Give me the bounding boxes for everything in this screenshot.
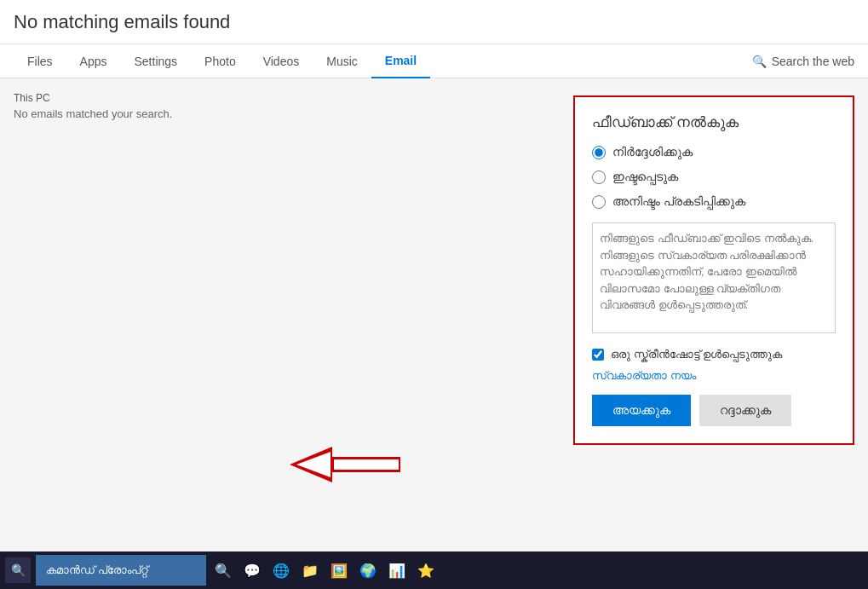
radio-suggest-label: നിർദ്ദേശിക്കുക [612,145,693,159]
taskbar-icon-browser[interactable]: 🌐 [267,557,295,584]
taskbar-cmd[interactable]: കമാൻഡ് പ്രോംപ്റ്റ് [36,555,206,586]
taskbar-icons: 🔍 💬 🌐 📁 🖼️ 🌍 📊 ⭐ [210,557,440,584]
radio-like-label: ഇഷ്ടപ്പെടുക [612,170,678,184]
nav-bar: Files Apps Settings Photo Videos Music E… [0,44,868,78]
taskbar-icon-search[interactable]: 🔍 [210,557,237,584]
send-button[interactable]: അയക്കുക [592,395,691,426]
taskbar-icon-photo[interactable]: 🖼️ [325,557,353,584]
radio-suggest-input[interactable] [592,146,606,159]
nav-settings[interactable]: Settings [120,44,191,78]
nav-music[interactable]: Music [313,44,371,78]
feedback-radio-group: നിർദ്ദേശിക്കുക ഇഷ്ടപ്പെടുക അനിഷ്ടം പ്രകട… [592,145,836,209]
taskbar-icon-chat[interactable]: 💬 [239,557,266,584]
arrow-annotation [290,442,409,492]
radio-like[interactable]: ഇഷ്ടപ്പെടുക [592,170,836,184]
screenshot-label: ഒരു സ്ക്രീൻഷോട്ട് ഉൾപ്പെടുത്തുക [611,347,782,362]
search-icon: 🔍 [752,55,767,68]
screenshot-row: ഒരു സ്ക്രീൻഷോട്ട് ഉൾപ്പെടുത്തുക [592,347,836,362]
radio-dislike[interactable]: അനിഷ്ടം പ്രകടിപ്പിക്കുക [592,194,836,209]
svg-rect-2 [334,459,399,470]
radio-dislike-label: അനിഷ്ടം പ്രകടിപ്പിക്കുക [612,194,745,209]
feedback-textarea[interactable] [592,222,836,333]
nav-photo[interactable]: Photo [191,44,250,78]
red-arrow-icon [290,442,409,488]
title-bar: No matching emails found [0,0,868,44]
radio-suggest[interactable]: നിർദ്ദേശിക്കുക [592,145,836,159]
feedback-panel: ഫീഡ്ബാക്ക് നൽകുക നിർദ്ദേശിക്കുക ഇഷ്ടപ്പെ… [573,95,854,445]
taskbar-search-button[interactable]: 🔍 [5,557,31,583]
search-label: Search the web [772,55,854,68]
nav-email[interactable]: Email [371,44,430,78]
taskbar: 🔍 കമാൻഡ് പ്രോംപ്റ്റ് 🔍 💬 🌐 📁 🖼️ 🌍 📊 ⭐ [0,551,868,589]
nav-files[interactable]: Files [14,44,66,78]
taskbar-icon-star[interactable]: ⭐ [412,557,440,584]
button-row: അയക്കുക റദ്ദാക്കുക [592,395,836,426]
nav-videos[interactable]: Videos [250,44,313,78]
taskbar-icon-chart[interactable]: 📊 [383,557,411,584]
screenshot-checkbox[interactable] [592,349,604,361]
radio-dislike-input[interactable] [592,195,606,209]
taskbar-icon-folder[interactable]: 📁 [296,557,324,584]
cancel-button[interactable]: റദ്ദാക്കുക [699,395,791,426]
search-area[interactable]: 🔍 Search the web [752,55,854,68]
radio-like-input[interactable] [592,170,606,184]
feedback-title: ഫീഡ്ബാക്ക് നൽകുക [592,114,836,131]
nav-apps[interactable]: Apps [66,44,121,78]
page-title: No matching emails found [14,11,230,33]
main-content: This PC No emails matched your search. ഫ… [0,78,868,551]
privacy-link[interactable]: സ്വകാര്യതാ നയം [592,369,836,383]
taskbar-icon-globe[interactable]: 🌍 [354,557,382,584]
